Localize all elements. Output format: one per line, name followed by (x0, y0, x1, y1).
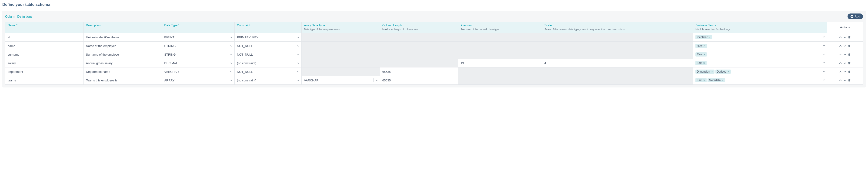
data-type-select[interactable] (162, 67, 235, 76)
remove-tag-icon[interactable]: ✕ (703, 79, 705, 82)
header-constraint: Constraint (237, 24, 299, 27)
constraint-select[interactable] (235, 59, 302, 67)
description-input[interactable] (86, 44, 160, 48)
array-type-cell-disabled (302, 50, 380, 59)
business-term-tag[interactable]: Raw✕ (695, 44, 707, 48)
chevron-down-icon (823, 44, 825, 48)
delete-button[interactable] (847, 61, 851, 65)
move-down-button[interactable] (843, 53, 847, 57)
add-button[interactable]: Add (847, 13, 863, 19)
header-col-length-desc: Maximum length of column row (382, 28, 418, 31)
data-type-select[interactable] (162, 50, 235, 59)
header-precision: Precision (461, 24, 539, 27)
table-row: Identifier✕ (5, 33, 863, 41)
move-down-button[interactable] (843, 61, 847, 65)
remove-tag-icon[interactable]: ✕ (721, 79, 723, 82)
header-precision-desc: Precision of the numeric data type (461, 28, 499, 31)
data-type-select[interactable] (162, 76, 235, 84)
description-input[interactable] (86, 79, 160, 82)
header-scale-desc: Scale of the numeric data type; cannot b… (545, 28, 627, 31)
name-input[interactable] (8, 61, 81, 65)
move-up-button[interactable] (838, 35, 842, 39)
data-type-select[interactable] (162, 59, 235, 67)
column-length-cell-disabled (380, 50, 458, 59)
move-down-button[interactable] (843, 44, 847, 48)
precision-cell-disabled (458, 33, 542, 41)
business-terms-select[interactable]: Raw✕ (693, 41, 827, 50)
name-input[interactable] (8, 79, 81, 82)
move-up-button[interactable] (838, 70, 842, 74)
description-input[interactable] (86, 70, 160, 74)
constraint-select[interactable] (235, 33, 302, 41)
scale-input[interactable] (545, 61, 690, 65)
header-array-type: Array Data Type (304, 24, 377, 27)
business-term-tag[interactable]: Fact✕ (695, 61, 707, 65)
array-type-cell-disabled (302, 41, 380, 50)
remove-tag-icon[interactable]: ✕ (703, 62, 705, 65)
delete-button[interactable] (847, 35, 851, 39)
business-terms-select[interactable]: Dimension✕Derived✕ (693, 67, 827, 76)
constraint-select[interactable] (235, 67, 302, 76)
column-length-cell-disabled (380, 41, 458, 50)
precision-cell-disabled (458, 50, 542, 59)
business-terms-select[interactable]: Fact✕ (693, 59, 827, 67)
precision-cell-disabled (458, 67, 542, 76)
table-row: Fact✕Metadata✕ (5, 76, 863, 85)
add-button-label: Add (855, 14, 860, 18)
table-row: Dimension✕Derived✕ (5, 67, 863, 76)
delete-button[interactable] (847, 70, 851, 74)
header-description: Description (86, 24, 160, 27)
delete-button[interactable] (847, 53, 851, 57)
column-length-input[interactable] (382, 79, 456, 82)
move-up-button[interactable] (838, 61, 842, 65)
name-input[interactable] (8, 36, 81, 39)
remove-tag-icon[interactable]: ✕ (727, 70, 730, 73)
chevron-down-icon (823, 53, 825, 56)
array-type-select[interactable] (302, 76, 380, 84)
page-title: Define your table schema (2, 2, 866, 7)
constraint-select[interactable] (235, 50, 302, 59)
column-length-cell-disabled (380, 33, 458, 41)
business-terms-select[interactable]: Raw✕ (693, 50, 827, 59)
business-term-tag[interactable]: Fact✕ (695, 78, 707, 82)
description-input[interactable] (86, 61, 160, 65)
delete-button[interactable] (847, 44, 851, 48)
header-business-terms: Business Terms (695, 24, 825, 27)
move-up-button[interactable] (838, 44, 842, 48)
name-input[interactable] (8, 53, 81, 56)
header-business-terms-desc: Multiple selection for fixed tags (695, 28, 730, 31)
plus-circle-icon (850, 15, 854, 18)
move-down-button[interactable] (843, 70, 847, 74)
data-type-select[interactable] (162, 41, 235, 50)
business-term-tag[interactable]: Derived✕ (715, 69, 731, 74)
data-type-select[interactable] (162, 33, 235, 41)
business-term-tag[interactable]: Dimension✕ (695, 69, 714, 74)
remove-tag-icon[interactable]: ✕ (703, 53, 706, 56)
business-terms-select[interactable]: Identifier✕ (693, 33, 827, 41)
remove-tag-icon[interactable]: ✕ (703, 45, 706, 48)
business-term-tag[interactable]: Raw✕ (695, 52, 707, 57)
move-up-button[interactable] (838, 53, 842, 57)
header-scale: Scale (545, 24, 690, 27)
name-input[interactable] (8, 70, 81, 74)
precision-input[interactable] (461, 61, 539, 65)
constraint-select[interactable] (235, 41, 302, 50)
delete-button[interactable] (847, 78, 851, 82)
chevron-down-icon (823, 70, 825, 74)
move-down-button[interactable] (843, 35, 847, 39)
description-input[interactable] (86, 53, 160, 56)
business-term-tag[interactable]: Metadata✕ (708, 78, 725, 82)
scale-cell-disabled (542, 67, 693, 76)
move-up-button[interactable] (838, 78, 842, 82)
business-term-tag[interactable]: Identifier✕ (695, 35, 712, 39)
chevron-down-icon (823, 36, 825, 39)
column-length-input[interactable] (382, 70, 456, 74)
name-input[interactable] (8, 44, 81, 48)
move-down-button[interactable] (843, 78, 847, 82)
scale-cell-disabled (542, 50, 693, 59)
remove-tag-icon[interactable]: ✕ (708, 36, 711, 39)
description-input[interactable] (86, 36, 160, 39)
business-terms-select[interactable]: Fact✕Metadata✕ (693, 76, 827, 84)
remove-tag-icon[interactable]: ✕ (711, 70, 713, 73)
constraint-select[interactable] (235, 76, 302, 84)
